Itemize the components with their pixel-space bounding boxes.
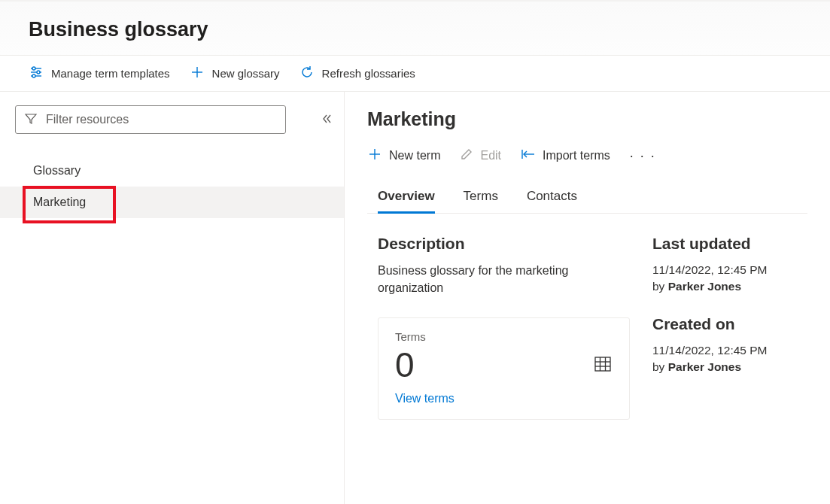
filter-row — [0, 105, 344, 134]
plus-icon — [367, 147, 382, 165]
last-updated-user: Parker Jones — [668, 280, 741, 293]
new-term-label: New term — [389, 149, 440, 162]
created-on-datetime: 11/14/2022, 12:45 PM — [652, 344, 768, 357]
detail-actions: New term Edit Impo — [367, 147, 807, 165]
detail-panel: Marketing New term — [345, 92, 830, 504]
overview-left-column: Description Business glossary for the ma… — [378, 235, 630, 420]
last-updated-by-prefix: by — [652, 280, 668, 293]
tab-overview[interactable]: Overview — [378, 183, 435, 214]
page-header: Business glossary — [0, 0, 830, 55]
refresh-glossaries-label: Refresh glossaries — [322, 67, 415, 80]
manage-term-templates-label: Manage term templates — [51, 67, 170, 80]
filter-input[interactable] — [46, 113, 276, 126]
svg-point-3 — [37, 71, 40, 74]
overview-section: Description Business glossary for the ma… — [367, 214, 807, 420]
refresh-icon — [299, 65, 315, 82]
table-icon — [593, 354, 613, 376]
refresh-glossaries-button[interactable]: Refresh glossaries — [299, 65, 415, 82]
plus-icon — [190, 65, 205, 82]
last-updated-heading: Last updated — [652, 235, 780, 253]
svg-rect-13 — [595, 357, 610, 371]
collapse-left-panel-button[interactable] — [315, 108, 338, 132]
tab-contacts[interactable]: Contacts — [527, 183, 577, 213]
tree-item-label: Marketing — [33, 196, 86, 208]
terms-card-label: Terms — [395, 330, 613, 343]
pencil-icon — [460, 147, 473, 164]
last-updated-datetime: 11/14/2022, 12:45 PM — [652, 263, 768, 276]
overview-right-column: Last updated 11/14/2022, 12:45 PM by Par… — [652, 235, 780, 420]
tab-terms[interactable]: Terms — [464, 183, 498, 213]
more-actions-button[interactable]: · · · — [630, 148, 656, 164]
more-horizontal-icon: · · · — [630, 148, 656, 163]
glossary-title: Marketing — [367, 108, 807, 130]
created-on-user: Parker Jones — [668, 360, 741, 373]
new-term-button[interactable]: New term — [367, 147, 440, 165]
tree-item-glossary[interactable]: Glossary — [0, 155, 344, 187]
created-on-block: Created on 11/14/2022, 12:45 PM by Parke… — [652, 315, 780, 376]
description-text: Business glossary for the marketing orga… — [378, 262, 630, 296]
split-pane: Glossary Marketing Marketing New — [0, 91, 830, 504]
created-on-text: 11/14/2022, 12:45 PM by Parker Jones — [652, 342, 780, 376]
new-glossary-button[interactable]: New glossary — [190, 65, 280, 82]
page-title: Business glossary — [29, 18, 830, 41]
tab-label: Contacts — [527, 189, 577, 203]
sliders-icon — [29, 65, 44, 82]
svg-point-5 — [32, 74, 35, 77]
last-updated-text: 11/14/2022, 12:45 PM by Parker Jones — [652, 262, 780, 296]
import-icon — [521, 147, 536, 164]
created-on-by-prefix: by — [652, 360, 668, 373]
tab-label: Overview — [378, 189, 435, 203]
chevron-double-left-icon — [320, 116, 333, 128]
tree-item-label: Glossary — [33, 164, 81, 177]
description-heading: Description — [378, 235, 630, 253]
svg-marker-8 — [26, 114, 36, 123]
tree-item-marketing[interactable]: Marketing — [0, 187, 344, 218]
app-root: Business glossary Manage term templates … — [0, 0, 830, 504]
terms-count-value: 0 — [395, 346, 415, 384]
top-command-bar: Manage term templates New glossary Refre… — [0, 55, 830, 91]
edit-button[interactable]: Edit — [460, 147, 501, 164]
terms-count-card: Terms 0 View terms — [378, 317, 630, 420]
tab-label: Terms — [464, 189, 498, 203]
import-terms-button[interactable]: Import terms — [521, 147, 610, 164]
left-panel: Glossary Marketing — [0, 92, 345, 504]
last-updated-block: Last updated 11/14/2022, 12:45 PM by Par… — [652, 235, 780, 296]
detail-tabs: Overview Terms Contacts — [367, 183, 807, 214]
view-terms-link[interactable]: View terms — [395, 392, 613, 405]
created-on-heading: Created on — [652, 315, 780, 333]
import-terms-label: Import terms — [543, 149, 610, 162]
manage-term-templates-button[interactable]: Manage term templates — [29, 65, 170, 82]
new-glossary-label: New glossary — [212, 67, 280, 80]
svg-point-1 — [32, 67, 35, 70]
funnel-icon — [25, 113, 37, 127]
edit-label: Edit — [480, 149, 501, 162]
filter-input-container[interactable] — [15, 105, 286, 134]
glossary-tree: Glossary Marketing — [0, 155, 344, 218]
terms-card-row: 0 — [395, 346, 613, 384]
